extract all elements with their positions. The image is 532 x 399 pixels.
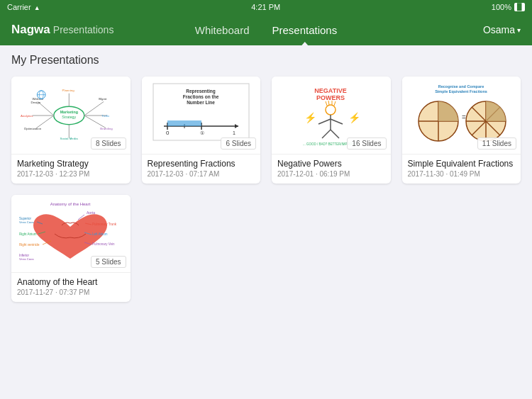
svg-text:⚡: ⚡: [348, 112, 361, 124]
main-content: My Presentations Marketing Strategy Webs…: [0, 45, 532, 399]
svg-text:Design: Design: [31, 101, 41, 104]
svg-text:Analytics: Analytics: [21, 113, 33, 117]
card-title: Anatomy of the Heart: [17, 277, 125, 287]
status-right: 100% ▉: [492, 3, 525, 11]
card-info: Negative Powers 2017-12-01 · 06:19 PM: [272, 154, 391, 184]
list-item[interactable]: Recognise and Compare Simple Equivalent …: [402, 77, 521, 184]
svg-text:Right Atrium: Right Atrium: [19, 232, 37, 236]
card-title: Marketing Strategy: [17, 159, 125, 169]
tab-whiteboard[interactable]: Whiteboard: [195, 21, 250, 39]
svg-text:Simple Equivalent Fractions: Simple Equivalent Fractions: [435, 89, 487, 94]
thumbnail-equivalent: Recognise and Compare Simple Equivalent …: [402, 77, 521, 154]
card-date: 2017-12-03 · 07:17 AM: [148, 170, 255, 178]
status-bar: Carrier 4:21 PM 100% ▉: [0, 0, 532, 14]
svg-text:Vena Cava: Vena Cava: [19, 220, 34, 224]
status-left: Carrier: [7, 3, 40, 11]
brand-name: Nagwa: [11, 23, 50, 37]
wifi-icon: [34, 3, 40, 11]
svg-rect-35: [167, 120, 184, 126]
list-item[interactable]: NEGATIVE POWERS: [272, 77, 391, 184]
card-date: 2017-11-27 · 07:37 PM: [17, 288, 125, 296]
navbar-tabs: Whiteboard Presentations: [195, 21, 337, 39]
svg-text:0: 0: [166, 130, 170, 136]
slide-count-badge: 8 Slides: [91, 137, 126, 150]
svg-text:=: =: [462, 113, 466, 121]
dropdown-arrow-icon: ▾: [517, 26, 521, 34]
slide-count-badge: 11 Slides: [477, 137, 516, 150]
svg-text:1: 1: [233, 130, 235, 135]
svg-text:Social Media: Social Media: [60, 137, 79, 140]
svg-text:Marketing: Marketing: [60, 110, 78, 114]
presentations-grid: Marketing Strategy Website Design Analyt…: [11, 77, 521, 184]
thumbnail-fractions: Representing Fractions on the Number Lin…: [142, 77, 261, 154]
svg-text:Right ventricle: Right ventricle: [19, 243, 40, 247]
thumbnail-negative: NEGATIVE POWERS: [272, 77, 391, 154]
card-title: Simple Equivalent Fractions: [408, 159, 516, 169]
section-title: My Presentations: [11, 54, 521, 67]
thumbnail-anatomy: Anatomy of the Heart Aorta Superior Vena…: [11, 195, 131, 273]
carrier-label: Carrier: [7, 3, 31, 11]
brand-sub: Presentations: [53, 24, 114, 35]
card-info: Simple Equivalent Fractions 2017-11-30 ·…: [402, 154, 521, 184]
svg-text:POWERS: POWERS: [316, 94, 345, 101]
card-date: 2017-12-01 · 06:19 PM: [277, 170, 385, 178]
card-info: Marketing Strategy 2017-12-03 · 12:23 PM: [11, 154, 131, 184]
svg-text:①: ①: [200, 130, 204, 135]
svg-rect-36: [184, 120, 201, 126]
card-info: Anatomy of the Heart 2017-11-27 · 07:37 …: [11, 273, 131, 302]
battery-icon: ▉: [514, 3, 525, 11]
list-item[interactable]: Marketing Strategy Website Design Analyt…: [11, 77, 131, 184]
slide-count-badge: 16 Slides: [347, 137, 386, 150]
svg-text:Vena Cava: Vena Cava: [19, 257, 34, 261]
svg-text:Recognise and Compare: Recognise and Compare: [438, 84, 484, 89]
card-date: 2017-11-30 · 01:49 PM: [408, 170, 516, 178]
svg-text:Pulmonary Vein: Pulmonary Vein: [92, 242, 115, 246]
svg-text:Trello: Trello: [101, 113, 109, 117]
status-time: 4:21 PM: [251, 3, 280, 11]
card-info: Representing Fractions 2017-12-03 · 07:1…: [142, 154, 261, 184]
slide-count-badge: 5 Slides: [91, 256, 126, 268]
svg-text:Fractions on the: Fractions on the: [182, 94, 218, 99]
brand: Nagwa Presentations: [11, 23, 113, 37]
bottom-row: Anatomy of the Heart Aorta Superior Vena…: [11, 195, 521, 302]
svg-text:⚡: ⚡: [304, 112, 317, 124]
svg-text:Anatomy of the Heart: Anatomy of the Heart: [50, 202, 91, 206]
tab-presentations[interactable]: Presentations: [272, 21, 337, 39]
svg-text:Aorta: Aorta: [87, 210, 95, 215]
navbar: Nagwa Presentations Whiteboard Presentat…: [0, 14, 532, 45]
slide-count-badge: 6 Slides: [221, 137, 256, 150]
user-name: Osama: [483, 24, 515, 35]
list-item[interactable]: Anatomy of the Heart Aorta Superior Vena…: [11, 195, 131, 302]
card-date: 2017-12-03 · 12:23 PM: [17, 170, 125, 178]
svg-text:NEGATIVE: NEGATIVE: [315, 87, 347, 94]
thumbnail-marketing: Marketing Strategy Website Design Analyt…: [11, 77, 131, 154]
user-menu[interactable]: Osama ▾: [483, 24, 521, 35]
svg-text:Mgmt: Mgmt: [99, 97, 107, 101]
svg-text:Representing: Representing: [186, 89, 216, 94]
svg-text:Left Atrium: Left Atrium: [92, 232, 108, 236]
svg-text:Optimization: Optimization: [24, 126, 42, 130]
battery-label: 100%: [492, 3, 511, 11]
list-item[interactable]: Representing Fractions on the Number Lin…: [142, 77, 261, 184]
card-title: Representing Fractions: [148, 159, 255, 169]
svg-text:Number Line: Number Line: [187, 100, 215, 105]
svg-text:Planning: Planning: [62, 88, 75, 91]
svg-text:Branding: Branding: [100, 126, 113, 130]
svg-text:Pulmonary Trunk: Pulmonary Trunk: [92, 223, 117, 226]
svg-text:Strategy: Strategy: [62, 114, 76, 118]
card-title: Negative Powers: [277, 159, 385, 169]
